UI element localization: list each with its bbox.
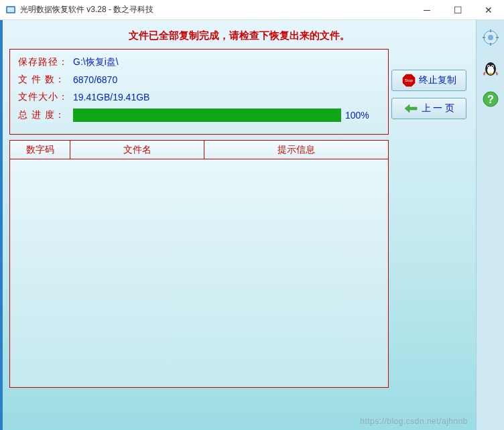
- maximize-button[interactable]: ☐: [442, 0, 473, 19]
- minimize-button[interactable]: ─: [412, 0, 442, 19]
- file-size-label: 文件大小：: [18, 91, 73, 103]
- svg-rect-1: [7, 7, 14, 12]
- qq-icon[interactable]: [481, 59, 500, 78]
- window-title: 光明数据恢复软件 v3.28 - 数之寻科技: [20, 4, 153, 15]
- file-count-label: 文 件 数：: [18, 74, 73, 86]
- svg-text:Stop: Stop: [404, 78, 413, 82]
- progress-label: 总 进 度：: [18, 109, 73, 121]
- status-message: 文件已全部复制完成，请检查下恢复出来的文件。: [9, 27, 469, 49]
- progress-bar: [73, 109, 341, 122]
- save-path-value: G:\恢复i盘\: [73, 56, 119, 68]
- save-path-label: 保存路径：: [18, 56, 73, 68]
- stop-copy-label: 终止复制: [419, 74, 456, 86]
- svg-point-5: [488, 35, 493, 40]
- stop-copy-button[interactable]: Stop 终止复制: [391, 70, 466, 91]
- svg-point-16: [489, 73, 493, 75]
- settings-icon[interactable]: [481, 28, 500, 47]
- file-size-value: 19.41GB/19.41GB: [73, 92, 149, 102]
- table-header-code[interactable]: 数字码: [10, 141, 70, 159]
- prev-page-button[interactable]: 上 一 页: [391, 98, 466, 119]
- close-button[interactable]: ✕: [473, 0, 504, 19]
- svg-point-15: [492, 66, 493, 67]
- stop-icon: Stop: [402, 74, 416, 87]
- progress-percent: 100%: [345, 110, 369, 121]
- side-toolbar: ?: [476, 20, 504, 430]
- table-header-message[interactable]: 提示信息: [204, 141, 388, 159]
- watermark: https://blog.csdn.net/ajhnnb: [360, 417, 468, 426]
- arrow-left-icon: [403, 103, 418, 114]
- result-table: 数字码 文件名 提示信息: [9, 140, 389, 388]
- titlebar: 光明数据恢复软件 v3.28 - 数之寻科技 ─ ☐ ✕: [0, 0, 504, 20]
- info-panel: 保存路径： G:\恢复i盘\ 文 件 数： 6870/6870 文件大小： 19…: [9, 49, 389, 135]
- svg-point-14: [488, 66, 489, 67]
- table-body: [10, 159, 388, 387]
- table-header-filename[interactable]: 文件名: [70, 141, 204, 159]
- help-icon[interactable]: ?: [481, 90, 500, 109]
- window-controls: ─ ☐ ✕: [412, 0, 504, 19]
- app-icon: [5, 5, 16, 15]
- prev-page-label: 上 一 页: [422, 102, 455, 115]
- file-count-value: 6870/6870: [73, 74, 117, 85]
- svg-text:?: ?: [487, 94, 494, 105]
